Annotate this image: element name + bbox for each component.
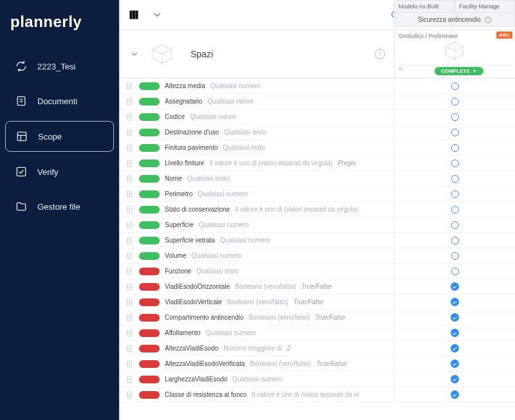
status-check-icon[interactable] xyxy=(451,360,459,368)
info-icon[interactable]: i xyxy=(375,49,385,59)
sidebar-item-verify[interactable]: Verify xyxy=(5,157,114,187)
property-status-cell xyxy=(394,171,515,186)
tab-as-built[interactable]: Modelo As-Built xyxy=(394,0,454,13)
property-row[interactable]: AltezzaViadiEsodoVerificataBooleano (ver… xyxy=(120,356,515,372)
right-tabs: Modelo As-Built Facility Manage Sicurezz… xyxy=(394,0,515,27)
status-open-icon[interactable] xyxy=(451,129,459,136)
status-check-icon[interactable] xyxy=(451,390,459,399)
property-status-cell xyxy=(394,341,515,356)
property-row[interactable]: SuperficieQualsiasi numero xyxy=(120,217,515,233)
arc-badge: ARC xyxy=(496,32,512,39)
column-header: Simbolico / Preliminare ARC ⊡ COMPLETE▼ xyxy=(394,30,515,78)
property-status-cell xyxy=(394,202,515,217)
complete-badge-label: COMPLETE xyxy=(441,68,469,74)
cube-icon xyxy=(148,40,176,68)
tab-facility[interactable]: Facility Manage xyxy=(454,0,515,13)
property-desc: Qualsiasi valore xyxy=(207,98,253,105)
status-check-icon[interactable] xyxy=(451,375,459,383)
property-row[interactable]: NomeQualsiasi testo xyxy=(120,171,515,187)
file-icon xyxy=(125,190,134,199)
status-pill xyxy=(139,283,160,291)
property-desc: Qualsiasi numero xyxy=(220,237,270,244)
status-pill xyxy=(139,391,160,399)
property-row[interactable]: AssegnatarioQualsiasi valore xyxy=(120,94,515,109)
sidebar-item-label: Verify xyxy=(37,167,59,177)
status-pill xyxy=(139,345,160,352)
property-name: Assegnatario xyxy=(165,98,202,105)
sidebar-item-documenti[interactable]: Documenti xyxy=(5,86,114,116)
status-check-icon[interactable] xyxy=(451,298,459,306)
file-icon xyxy=(125,251,134,260)
status-check-icon[interactable] xyxy=(451,313,459,322)
complete-badge[interactable]: COMPLETE▼ xyxy=(435,67,483,75)
property-name: LarghezzaViadiEsodo xyxy=(165,376,227,383)
sidebar-item-project[interactable]: 2223_Tesi xyxy=(5,51,114,81)
property-row[interactable]: Livello finitureIl valore è uno di (valo… xyxy=(120,156,515,171)
svg-rect-9 xyxy=(136,11,138,19)
property-row[interactable]: Finitura pavimentoQualsiasi testo xyxy=(120,140,515,156)
file-icon xyxy=(125,113,134,122)
chevron-down-icon[interactable] xyxy=(148,6,166,24)
property-desc: Booleano (vero/falso) xyxy=(227,298,288,306)
property-status-cell xyxy=(394,325,515,340)
status-pill xyxy=(139,129,160,136)
sub-tab-sicurezza[interactable]: Sicurezza antincendio i xyxy=(394,13,515,27)
property-status-cell xyxy=(394,248,515,263)
file-icon xyxy=(125,375,134,384)
property-desc: Qualsiasi numero xyxy=(198,190,248,197)
property-row[interactable]: CodiceQualsiasi valore xyxy=(120,109,515,125)
property-row[interactable]: LarghezzaViadiEsodoQualsiasi numero xyxy=(120,372,515,387)
file-icon xyxy=(125,159,134,168)
status-pill xyxy=(139,268,160,275)
property-name: Nome xyxy=(165,175,182,182)
status-pill xyxy=(139,113,160,121)
svg-rect-8 xyxy=(133,11,135,19)
status-open-icon[interactable] xyxy=(451,82,459,90)
property-row[interactable]: ViadiEsodoOrizzontaleBooleano (vero/fals… xyxy=(120,279,515,295)
status-check-icon[interactable] xyxy=(451,282,459,291)
status-check-icon[interactable] xyxy=(451,344,459,352)
status-open-icon[interactable] xyxy=(451,190,459,198)
property-row[interactable]: Stato di conservazioneIl valore è uno di… xyxy=(120,202,515,217)
property-status-cell xyxy=(394,140,515,155)
status-open-icon[interactable] xyxy=(451,98,459,105)
property-extra: True/False xyxy=(315,314,345,321)
property-row[interactable]: AffollamentoQualsiasi numero xyxy=(120,325,515,341)
property-row[interactable]: AltezzaViadiEsodoNumero maggiore di2 xyxy=(120,341,515,356)
status-pill xyxy=(139,298,160,306)
property-row[interactable]: Compartimento antincendioBooleano (vero/… xyxy=(120,310,515,325)
file-icon xyxy=(125,390,134,399)
property-row[interactable]: Destinazione d'usoQualsiasi testo xyxy=(120,125,515,140)
status-open-icon[interactable] xyxy=(451,175,459,183)
status-pill xyxy=(139,252,160,260)
property-desc: Qualsiasi testo xyxy=(196,268,239,275)
property-row[interactable]: Classe di resistenza al fuocoIl valore è… xyxy=(120,387,515,403)
status-check-icon[interactable] xyxy=(451,329,459,337)
sidebar-item-gestore[interactable]: Gestore file xyxy=(5,192,114,221)
status-pill xyxy=(139,175,160,183)
status-open-icon[interactable] xyxy=(451,160,459,167)
property-row[interactable]: ViadiEsodoVerticaleBooleano (vero/falso)… xyxy=(120,295,515,310)
property-desc: Booleano (vero/falso) xyxy=(248,314,310,321)
status-open-icon[interactable] xyxy=(451,206,459,214)
property-row[interactable]: Superficie vetrataQualsiasi numero xyxy=(120,233,515,248)
status-open-icon[interactable] xyxy=(451,144,459,152)
status-open-icon[interactable] xyxy=(451,237,459,244)
property-desc: Qualsiasi numero xyxy=(198,221,248,228)
info-icon[interactable]: i xyxy=(485,17,491,23)
property-row[interactable]: VolumeQualsiasi numero xyxy=(120,248,515,264)
property-row[interactable]: FunzioneQualsiasi testo xyxy=(120,264,515,279)
collapse-toggle[interactable] xyxy=(129,48,140,60)
status-open-icon[interactable] xyxy=(451,221,459,229)
columns-icon[interactable] xyxy=(125,6,143,24)
status-open-icon[interactable] xyxy=(451,113,459,121)
file-icon xyxy=(125,344,134,353)
property-name: Finitura pavimento xyxy=(165,144,218,151)
status-open-icon[interactable] xyxy=(451,268,459,275)
property-row[interactable]: PerimetroQualsiasi numero xyxy=(120,187,515,202)
property-row[interactable]: Altezza mediaQualsiasi numero xyxy=(120,78,515,94)
property-name: Destinazione d'uso xyxy=(165,129,219,136)
sidebar-item-scope[interactable]: Scope xyxy=(5,121,114,152)
property-name: Superficie xyxy=(165,221,193,228)
status-open-icon[interactable] xyxy=(451,252,459,260)
